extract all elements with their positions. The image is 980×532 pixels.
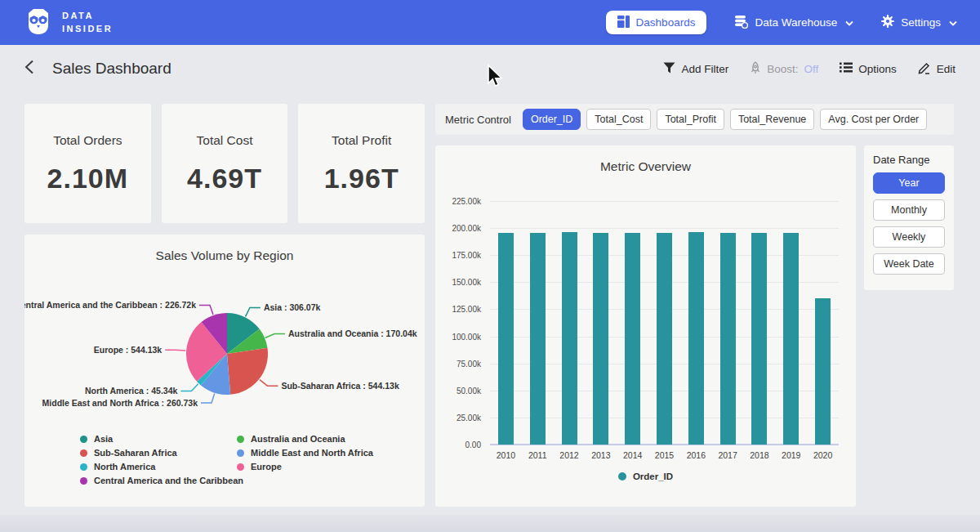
bar-2014[interactable] (625, 233, 640, 445)
edit-label: Edit (937, 63, 956, 75)
legend-dot (80, 477, 87, 485)
database-icon (734, 15, 748, 31)
dashboard-header: Sales Dashboard Add Filter Boost: Off (0, 45, 980, 92)
x-axis-tick-label: 2010 (489, 450, 522, 460)
pie-legend-item[interactable]: Europe (237, 462, 282, 472)
pie-legend-item[interactable]: Sub-Saharan Africa (80, 448, 177, 458)
pie-slice-label: Sub-Saharan Africa : 544.13k (281, 381, 399, 391)
pie-slice-label: Central America and the Caribbean : 226.… (24, 300, 196, 310)
pie-legend-item[interactable]: Asia (80, 434, 113, 444)
bar-2013[interactable] (593, 233, 608, 445)
chevron-down-icon (845, 16, 853, 29)
date-range-button[interactable]: Week Date (873, 253, 945, 275)
kpi-label: Total Cost (197, 133, 253, 148)
y-axis-tick-label: 25.00k (437, 414, 481, 422)
nav-data-warehouse-button[interactable]: Data Warehouse (734, 15, 853, 31)
legend-label: Europe (251, 462, 282, 472)
kpi-label: Total Profit (332, 133, 391, 148)
gridline (490, 228, 839, 229)
edit-button[interactable]: Edit (918, 61, 956, 77)
page-bottom-band (0, 515, 980, 532)
bar-2015[interactable] (657, 233, 672, 445)
legend-label: Asia (94, 434, 113, 444)
metric-button[interactable]: Total_Cost (586, 109, 651, 130)
boost-label: Boost: (767, 63, 798, 75)
pie-label-leader (180, 384, 198, 391)
date-range-label: Date Range (873, 154, 945, 166)
brand-line1: DATA (62, 10, 113, 23)
brand-logo[interactable]: DATA INSIDER (23, 6, 113, 40)
pie-legend-item[interactable]: Australia and Oceania (237, 434, 345, 444)
bar-2011[interactable] (530, 233, 546, 445)
pie-slice[interactable] (227, 348, 268, 395)
legend-dot (237, 436, 244, 443)
x-axis-tick-label: 2019 (775, 450, 808, 460)
y-axis-tick-label: 0.00 (437, 440, 481, 449)
legend-dot (80, 449, 87, 457)
metric-control-label: Metric Control (445, 114, 511, 126)
pie-slice-label: Australia and Oceania : 170.04k (288, 329, 417, 338)
x-axis-tick-label: 2013 (585, 450, 617, 460)
bar-2018[interactable] (751, 233, 767, 445)
bar-2020[interactable] (815, 298, 831, 445)
gear-icon (881, 15, 894, 30)
bar-2017[interactable] (720, 233, 736, 445)
bar-chart-plot[interactable]: 0.0025.00k50.00k75.00k100.00k125.00k150.… (435, 145, 856, 507)
bar-2016[interactable] (688, 232, 704, 445)
nav-data-warehouse-label: Data Warehouse (755, 16, 837, 29)
y-axis-tick-label: 200.00k (437, 224, 481, 233)
y-axis-tick-label: 150.00k (437, 278, 481, 287)
rocket-icon (750, 61, 761, 77)
date-range-panel: Date Range YearMonthlyWeeklyWeek Date (864, 145, 954, 290)
bar-2010[interactable] (498, 233, 514, 445)
page-title: Sales Dashboard (52, 60, 172, 78)
boost-toggle[interactable]: Boost: Off (750, 61, 818, 77)
metric-button[interactable]: Avg. Cost per Order (820, 109, 927, 130)
options-label: Options (858, 63, 897, 75)
legend-label: Sub-Saharan Africa (94, 448, 177, 458)
metric-button[interactable]: Total_Revenue (730, 109, 814, 130)
y-axis-tick-label: 225.00k (437, 197, 481, 206)
date-range-button[interactable]: Weekly (873, 226, 945, 248)
add-filter-button[interactable]: Add Filter (663, 62, 728, 76)
metric-button[interactable]: Total_Profit (657, 109, 724, 130)
options-list-icon (840, 62, 853, 75)
brand-line2: INSIDER (62, 23, 113, 36)
date-range-button[interactable]: Year (873, 172, 945, 194)
pie-label-leader (265, 334, 285, 338)
legend-dot (237, 463, 244, 471)
pie-legend-item[interactable]: Middle East and North Africa (237, 448, 373, 458)
pie-slice-label: Europe : 544.13k (94, 345, 163, 355)
kpi-label: Total Orders (53, 133, 122, 148)
kpi-value: 4.69T (187, 163, 262, 194)
x-axis-tick-label: 2020 (807, 450, 840, 460)
gridline (490, 201, 839, 202)
owl-logo-icon (23, 6, 54, 40)
metric-button[interactable]: Order_ID (523, 109, 581, 130)
pencil-icon (918, 61, 931, 77)
nav-dashboards-button[interactable]: Dashboards (606, 11, 707, 34)
kpi-value: 1.96T (324, 163, 399, 194)
x-axis-tick-label: 2016 (679, 450, 712, 460)
nav-settings-button[interactable]: Settings (881, 15, 957, 30)
nav-settings-label: Settings (901, 16, 941, 29)
dashboard-grid-icon (617, 16, 630, 30)
bar-2019[interactable] (783, 233, 799, 445)
nav-dashboards-label: Dashboards (636, 16, 696, 29)
date-range-button[interactable]: Monthly (873, 199, 945, 221)
pie-legend-item[interactable]: North America (80, 462, 155, 472)
bar-2012[interactable] (562, 232, 577, 445)
pie-label-leader (165, 350, 185, 351)
kpi-value: 2.10M (47, 163, 129, 194)
legend-label: Central America and the Caribbean (94, 476, 243, 485)
top-nav-bar: DATA INSIDER Dashboards (0, 0, 980, 45)
x-axis-tick-label: 2017 (711, 450, 744, 460)
x-axis-tick-label: 2015 (648, 450, 681, 460)
back-button[interactable] (24, 60, 34, 78)
options-button[interactable]: Options (840, 62, 897, 75)
pie-label-leader (260, 380, 278, 387)
pie-legend-item[interactable]: Central America and the Caribbean (80, 476, 243, 485)
pie-slice-label: Asia : 306.07k (264, 302, 321, 312)
x-axis-tick-label: 2011 (521, 450, 554, 460)
y-axis-tick-label: 125.00k (437, 305, 481, 314)
